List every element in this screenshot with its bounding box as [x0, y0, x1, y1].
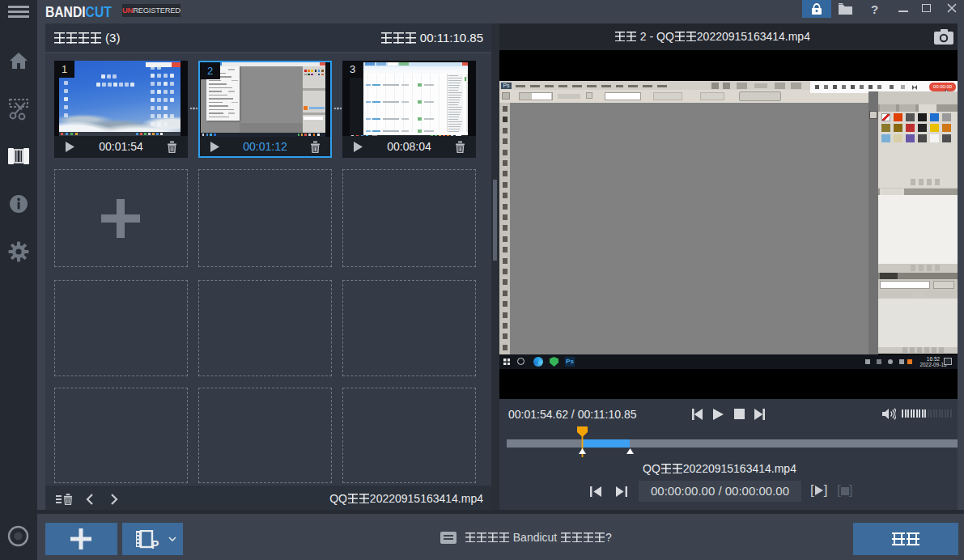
svg-text:P: P: [151, 538, 159, 549]
